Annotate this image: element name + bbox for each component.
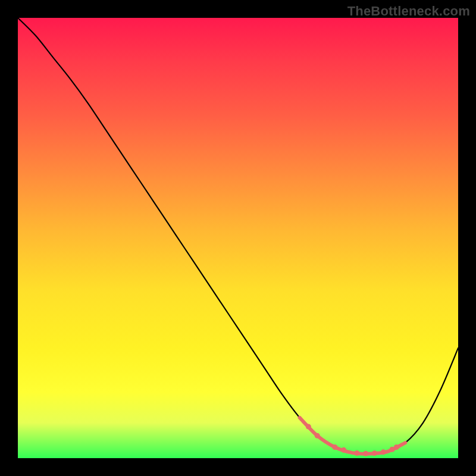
accent-dot [332, 444, 337, 450]
accent-dot [315, 433, 320, 439]
accent-dot [394, 444, 399, 450]
curve-svg [18, 18, 458, 458]
accent-dot [306, 424, 311, 430]
bottleneck-curve [18, 18, 458, 454]
watermark-text: TheBottleneck.com [347, 4, 470, 19]
chart-frame: TheBottleneck.com [0, 0, 476, 476]
accent-dot [372, 450, 377, 456]
plot-area [18, 18, 458, 458]
accent-dot [381, 449, 386, 455]
accent-dot [363, 451, 368, 456]
accent-dot [354, 450, 359, 456]
accent-dot [341, 447, 346, 453]
